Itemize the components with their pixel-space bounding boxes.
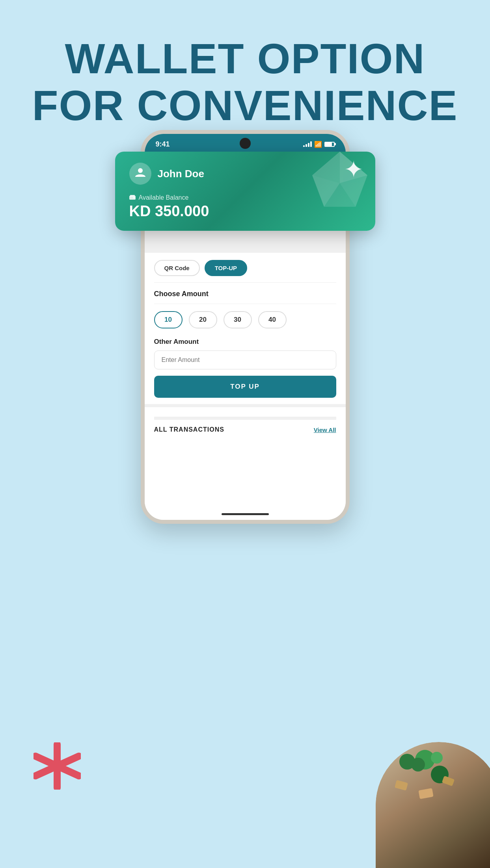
wallet-card: ✦ John Doe <box>115 152 375 231</box>
page-title-line1: WALLET OPTION <box>0 35 490 82</box>
enter-amount-input[interactable] <box>154 351 336 369</box>
other-amount-title: Other Amount <box>154 338 336 346</box>
user-name: John Doe <box>158 168 204 180</box>
avatar <box>129 163 151 185</box>
view-all-link[interactable]: View All <box>314 427 336 433</box>
transactions-section: All TRANSACTIONS View All <box>154 417 336 433</box>
svg-point-8 <box>133 197 135 198</box>
screen-content: QR Code TOP-UP Choose Amount 10 20 30 40… <box>145 253 346 524</box>
tabs-row: QR Code TOP-UP <box>154 253 336 283</box>
home-indicator <box>222 513 269 515</box>
top-up-tab[interactable]: TOP-UP <box>205 260 247 276</box>
svg-rect-7 <box>130 195 135 197</box>
page-title-block: WALLET OPTION FOR CONVENIENCE <box>0 0 490 129</box>
wallet-card-wrapper: ✦ John Doe <box>115 152 375 231</box>
avatar-icon <box>134 167 146 181</box>
card-star-decoration: ✦ <box>344 156 363 183</box>
status-icons: 📶 <box>303 141 335 148</box>
amount-btn-30[interactable]: 30 <box>224 311 252 328</box>
phone-notch <box>240 138 251 149</box>
svg-point-5 <box>138 168 143 173</box>
page-title-line2: FOR CONVENIENCE <box>0 82 490 129</box>
amount-btn-10[interactable]: 10 <box>154 311 183 328</box>
food-bowl-decoration <box>376 742 490 868</box>
gem-decoration <box>300 152 375 223</box>
battery-icon <box>324 142 335 147</box>
divider-1 <box>154 304 336 304</box>
amount-btn-20[interactable]: 20 <box>189 311 217 328</box>
choose-amount-title: Choose Amount <box>154 290 336 298</box>
signal-icon <box>303 141 312 147</box>
wifi-icon: 📶 <box>314 141 322 148</box>
top-up-button[interactable]: TOP UP <box>154 376 336 398</box>
transactions-title: All TRANSACTIONS <box>154 426 224 433</box>
qr-code-tab[interactable]: QR Code <box>154 260 200 276</box>
asterisk-decoration <box>34 742 81 791</box>
amount-btn-40[interactable]: 40 <box>258 311 287 328</box>
amount-options: 10 20 30 40 <box>154 311 336 328</box>
status-time: 9:41 <box>156 140 170 148</box>
wallet-small-icon <box>129 195 136 201</box>
